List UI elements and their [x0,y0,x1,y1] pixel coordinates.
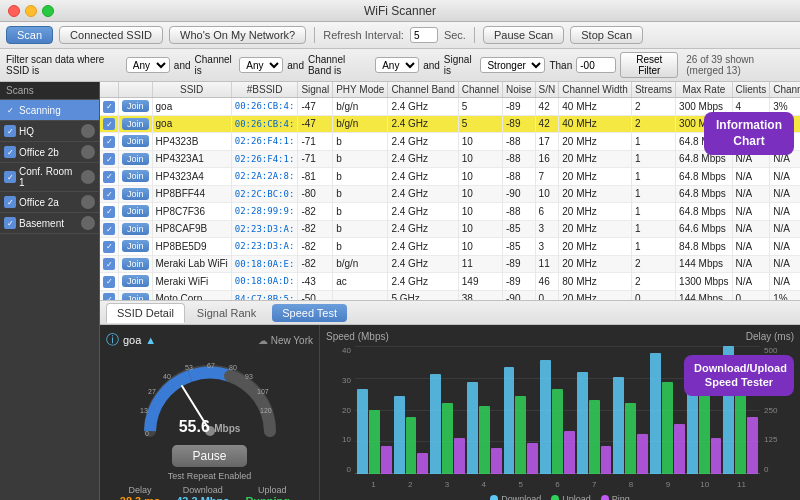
row-util: N/A [770,255,800,273]
row-join-cell[interactable]: Join [119,115,153,133]
row-width: 20 MHz [559,290,632,300]
table-header-row: SSID#BSSIDSignalPHY ModeChannel BandChan… [100,82,800,98]
join-button[interactable]: Join [122,275,149,287]
row-join-cell[interactable]: Join [119,255,153,273]
row-util: N/A [770,238,800,256]
sidebar-label: Office 2a [19,197,78,208]
row-streams: 1 [631,203,675,221]
row-join-cell[interactable]: Join [119,273,153,291]
tab-signal-rank[interactable]: Signal Rank [187,304,266,322]
minimize-button[interactable] [25,5,37,17]
svg-text:80: 80 [229,364,237,371]
x-label-10: 11 [723,480,760,489]
speed-ssid: goa [123,334,141,346]
row-band: 2.4 GHz [388,115,458,133]
col-s/n: S/N [535,82,559,98]
row-phy: b/g/n [333,98,388,116]
connected-ssid-button[interactable]: Connected SSID [59,26,163,44]
sidebar-item-scanning[interactable]: ✓ Scanning [0,100,99,121]
join-button[interactable]: Join [122,240,149,252]
filter-signal-select[interactable]: Stronger [480,57,545,73]
row-streams: 1 [631,150,675,168]
pause-button[interactable]: Pause [172,445,246,467]
filter-channel-select[interactable]: Any [239,57,283,73]
refresh-unit: Sec. [444,29,466,41]
row-join-cell[interactable]: Join [119,98,153,116]
row-join-cell[interactable]: Join [119,168,153,186]
table-row: ✓ Join HP8CAF9B 02:23:D3:A: -82 b 2.4 GH… [100,220,800,238]
refresh-label: Refresh Interval: [323,29,404,41]
refresh-input[interactable]: 5 [410,27,438,43]
filter-band-select[interactable]: Any [375,57,419,73]
sidebar-item-hq[interactable]: ✓ HQ [0,121,99,142]
row-join-cell[interactable]: Join [119,290,153,300]
table-row: ✓ Join HP4323B 02:26:F4:1: -71 b 2.4 GHz… [100,133,800,151]
row-signal: -82 [298,203,333,221]
row-channel: 10 [458,150,502,168]
col-channel-utilization: Channel Utilization [770,82,800,98]
join-button[interactable]: Join [122,293,149,300]
row-join-cell[interactable]: Join [119,133,153,151]
bar-download [394,396,405,474]
row-util: 1% [770,290,800,300]
row-join-cell[interactable]: Join [119,185,153,203]
sidebar-header: Scans [0,82,99,100]
signal-indicator [81,103,95,117]
sidebar-item-conf.-room-1[interactable]: ✓ Conf. Room 1 [0,163,99,192]
join-button[interactable]: Join [122,100,149,112]
legend-upload-label: Upload [562,494,591,500]
info-chart-badge[interactable]: Information Chart [704,112,794,155]
row-clients: N/A [732,255,770,273]
close-button[interactable] [8,5,20,17]
whos-on-network-button[interactable]: Who's On My Network? [169,26,306,44]
separator2 [474,27,475,43]
row-check-cell: ✓ [100,238,119,256]
legend-ping-dot [601,495,609,500]
row-clients: N/A [732,238,770,256]
table-row: ✓ Join goa 00:26:CB:4: -47 b/g/n 2.4 GHz… [100,98,800,116]
scan-button[interactable]: Scan [6,26,53,44]
x-label-7: 8 [613,480,650,489]
y-label-30: 30 [326,376,351,385]
stop-scan-button[interactable]: Stop Scan [570,26,643,44]
reset-filter-button[interactable]: Reset Filter [620,52,678,78]
row-join-cell[interactable]: Join [119,238,153,256]
join-button[interactable]: Join [122,258,149,270]
delay-stat: Delay 28.3 ms [120,485,160,500]
row-join-cell[interactable]: Join [119,150,153,168]
bar-download [504,367,515,474]
sidebar-item-office-2b[interactable]: ✓ Office 2b [0,142,99,163]
row-streams: 1 [631,133,675,151]
join-button[interactable]: Join [122,170,149,182]
row-sn: 10 [535,185,559,203]
filter-ssid-select[interactable]: Any [126,57,170,73]
row-join-cell[interactable]: Join [119,203,153,221]
join-button[interactable]: Join [122,153,149,165]
pause-scan-button[interactable]: Pause Scan [483,26,564,44]
legend-download-dot [490,495,498,500]
row-signal: -81 [298,168,333,186]
bar-ping [454,438,465,474]
row-channel: 11 [458,255,502,273]
row-bssid: 00:26:CB:4: [231,115,298,133]
speed-tester-badge[interactable]: Download/Upload Speed Tester [684,355,794,396]
join-button[interactable]: Join [122,223,149,235]
row-check-cell: ✓ [100,220,119,238]
sidebar-item-basement[interactable]: ✓ Basement [0,213,99,234]
row-noise: -90 [503,290,536,300]
filter-than-label: Than [549,60,572,71]
maximize-button[interactable] [42,5,54,17]
join-button[interactable]: Join [122,118,149,130]
tab-ssid-detail[interactable]: SSID Detail [106,303,185,323]
tab-speed-test[interactable]: Speed Test [272,304,347,322]
join-button[interactable]: Join [122,188,149,200]
row-check-cell: ✓ [100,150,119,168]
row-clients: N/A [732,185,770,203]
svg-text:107: 107 [257,388,269,395]
join-button[interactable]: Join [122,205,149,217]
filter-than-input[interactable] [576,57,616,73]
row-sn: 11 [535,255,559,273]
join-button[interactable]: Join [122,135,149,147]
sidebar-item-office-2a[interactable]: ✓ Office 2a [0,192,99,213]
row-join-cell[interactable]: Join [119,220,153,238]
